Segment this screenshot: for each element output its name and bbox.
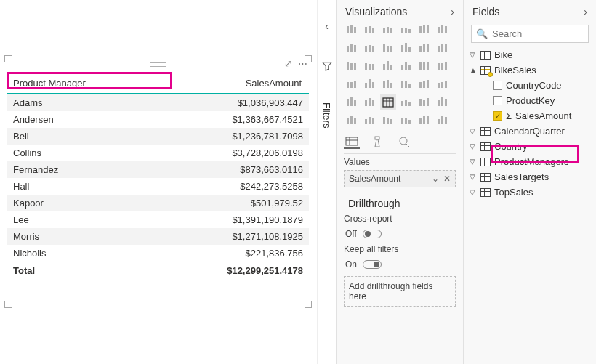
viz-key-influencers-icon[interactable] (344, 113, 360, 129)
table-row[interactable]: Lee$1,391,190.1879 (7, 211, 309, 228)
viz-stacked-bar-icon[interactable] (344, 22, 360, 38)
viz-funnel-icon[interactable] (362, 58, 378, 74)
viz-line-icon[interactable] (344, 40, 360, 56)
field-salesamount[interactable]: ΣSalesAmount (468, 108, 592, 124)
svg-rect-4 (369, 26, 371, 33)
viz-clustered-column-icon[interactable] (398, 22, 414, 38)
viz-treemap-icon[interactable] (435, 58, 451, 74)
table-calendarquarter[interactable]: ▽CalendarQuarter (468, 124, 592, 139)
keep-filters-label: Keep all filters (344, 244, 456, 254)
svg-rect-16 (441, 25, 443, 33)
field-dropdown-icon[interactable]: ⌄ (432, 174, 439, 184)
table-row[interactable]: Collins$3,728,206.0198 (7, 145, 309, 161)
table-salestargets[interactable]: ▽SalesTargets (468, 169, 592, 185)
more-options-icon[interactable]: ⋯ (298, 58, 307, 69)
viz-ribbon-icon[interactable] (435, 40, 451, 56)
viz-py-visual-icon[interactable] (435, 94, 451, 110)
viz-more-icon[interactable] (435, 113, 451, 129)
cross-report-toggle[interactable] (363, 230, 382, 238)
viz-card-icon[interactable] (416, 76, 432, 92)
viz-qna-icon[interactable] (380, 113, 396, 129)
expand-filters-icon[interactable]: ‹ (325, 20, 329, 32)
viz-map-icon[interactable] (344, 76, 360, 92)
table-bike[interactable]: ▽Bike (468, 47, 592, 62)
viz-slicer-icon[interactable] (362, 94, 378, 110)
viz-decomposition-icon[interactable] (362, 113, 378, 129)
viz-line-column2-icon[interactable] (416, 40, 432, 56)
table-row[interactable]: Bell$1,236,781.7098 (7, 128, 309, 145)
table-visual[interactable]: ⤢ ⋯ Product Manager SalesAmount Adams$1,… (7, 58, 309, 305)
viz-line-column-icon[interactable] (398, 40, 414, 56)
svg-rect-37 (350, 63, 353, 70)
table-row[interactable]: Morris$1,271,108.1925 (7, 228, 309, 245)
viz-filled-map-icon[interactable] (362, 76, 378, 92)
format-tab[interactable] (370, 134, 386, 149)
resize-handle-br[interactable] (305, 301, 312, 308)
report-canvas[interactable]: ⤢ ⋯ Product Manager SalesAmount Adams$1,… (0, 0, 317, 364)
table-row[interactable]: Fernandez$873,663.0116 (7, 161, 309, 178)
table-row[interactable]: Andersen$1,363,667.4521 (7, 111, 309, 128)
keep-filters-toggle[interactable] (363, 260, 382, 269)
table-bikesales[interactable]: ▲BikeSales (468, 62, 592, 78)
viz-100-bar-icon[interactable] (416, 22, 432, 38)
svg-rect-46 (405, 62, 407, 70)
viz-area-icon[interactable] (362, 40, 378, 56)
svg-rect-20 (354, 45, 356, 52)
viz-shape-map-icon[interactable] (380, 76, 396, 92)
svg-rect-54 (347, 82, 349, 88)
table-topsales[interactable]: ▽TopSales (468, 185, 592, 200)
viz-100-column-icon[interactable] (435, 22, 451, 38)
viz-pie-icon[interactable] (398, 58, 414, 74)
column-header-product-manager[interactable]: Product Manager (7, 74, 155, 94)
viz-clustered-bar-icon[interactable] (362, 22, 378, 38)
fields-search[interactable]: 🔍 (471, 25, 589, 43)
viz-kpi-icon[interactable] (344, 94, 360, 110)
values-field-well[interactable]: SalesAmount ⌄ ✕ (344, 170, 456, 187)
svg-rect-34 (441, 44, 443, 52)
sigma-icon: Σ (506, 110, 512, 121)
search-icon: 🔍 (476, 28, 488, 39)
viz-table-icon[interactable] (380, 94, 396, 110)
analytics-tab[interactable] (396, 134, 412, 149)
column-header-salesamount[interactable]: SalesAmount (155, 74, 309, 94)
table-row[interactable]: Nicholls$221,836.756 (7, 245, 309, 262)
viz-waterfall-icon[interactable] (344, 58, 360, 74)
svg-rect-40 (369, 64, 371, 70)
field-remove-icon[interactable]: ✕ (443, 174, 451, 184)
viz-stacked-column-icon[interactable] (380, 22, 396, 38)
viz-donut-icon[interactable] (416, 58, 432, 74)
resize-handle-bl[interactable] (4, 301, 12, 308)
table-row[interactable]: Adams$1,036,903.447 (7, 94, 309, 111)
svg-rect-67 (423, 81, 425, 88)
table-productmanagers[interactable]: ▽ProductManagers (468, 154, 592, 169)
collapse-viz-icon[interactable]: › (451, 6, 454, 17)
field-countrycode[interactable]: CountryCode (468, 78, 592, 93)
table-country[interactable]: ▽Country (468, 139, 592, 154)
table-row[interactable]: Hall$242,273.5258 (7, 178, 309, 195)
svg-rect-31 (423, 44, 425, 52)
svg-rect-6 (383, 28, 385, 33)
svg-rect-38 (354, 63, 356, 70)
svg-rect-18 (347, 46, 349, 52)
table-row[interactable]: Kapoor$501,979.52 (7, 195, 309, 211)
viz-paginated-icon[interactable] (398, 113, 414, 129)
focus-mode-icon[interactable]: ⤢ (284, 58, 292, 69)
field-productkey[interactable]: ProductKey (468, 93, 592, 108)
svg-rect-108 (445, 117, 447, 124)
viz-multi-card-icon[interactable] (435, 76, 451, 92)
viz-r-visual-icon[interactable] (416, 94, 432, 110)
viz-powerapp-icon[interactable] (416, 113, 432, 129)
svg-rect-27 (401, 45, 403, 52)
svg-rect-92 (350, 116, 353, 124)
svg-rect-70 (441, 82, 443, 88)
viz-scatter-icon[interactable] (380, 58, 396, 74)
viz-stacked-area-icon[interactable] (380, 40, 396, 56)
viz-gauge-icon[interactable] (398, 76, 414, 92)
fields-tab[interactable] (344, 134, 360, 149)
visual-drag-handle[interactable] (150, 62, 166, 67)
search-input[interactable] (492, 28, 584, 39)
viz-matrix-icon[interactable] (398, 94, 414, 110)
filters-pane-collapsed[interactable]: ‹ Filters (317, 0, 336, 364)
drillthrough-drop[interactable]: Add drillthrough fields here (344, 276, 456, 307)
collapse-fields-icon[interactable]: › (584, 6, 587, 17)
